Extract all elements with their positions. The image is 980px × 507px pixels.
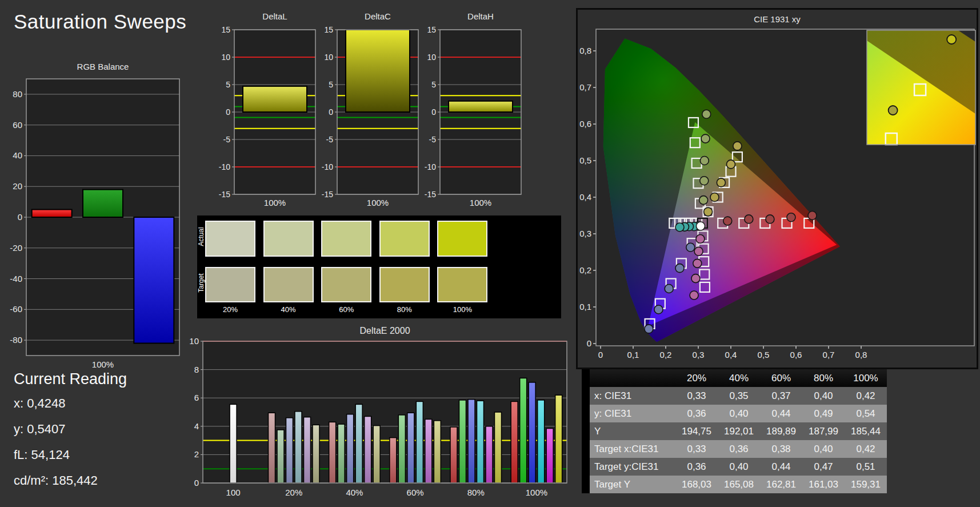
table-cell: 168,03 xyxy=(675,476,718,493)
swatch-row-label-target: Target xyxy=(197,263,205,303)
axis-text: 4 xyxy=(194,421,199,431)
swatch-comparison-panel[interactable]: ActualTarget20%40%60%80%100% xyxy=(197,215,561,318)
axis-text: 20 xyxy=(13,181,22,191)
axis-text: 15 xyxy=(324,25,333,34)
table-cell: 0,40 xyxy=(718,405,760,422)
axis-text: -5 xyxy=(326,135,334,144)
axis-text: -15 xyxy=(322,190,333,199)
cie-1931-chart[interactable]: CIE 1931 xy00,10,20,30,40,50,60,70,800,1… xyxy=(576,8,978,369)
axis-text: 100 xyxy=(226,488,241,497)
axis-text: 5 xyxy=(226,80,230,89)
deltae-bar xyxy=(338,424,345,483)
table-row-strip xyxy=(582,440,590,458)
table-row-strip xyxy=(582,476,590,493)
measured-point-yellow xyxy=(727,160,735,169)
rgb-balance-svg: RGB Balance806040200-20-40-60-80100% xyxy=(3,61,187,372)
axis-text: 0,8 xyxy=(579,46,591,55)
table-cell: 187,99 xyxy=(802,422,845,440)
deltae-bar xyxy=(425,419,432,483)
measured-point-magenta xyxy=(690,291,698,300)
axis-text: 10 xyxy=(189,336,199,346)
measured-point-magenta xyxy=(694,247,703,256)
rgb-balance-chart[interactable]: RGB Balance806040200-20-40-60-80100% xyxy=(3,61,187,372)
axis-text: DeltaH xyxy=(467,11,494,21)
table-cell: 0,54 xyxy=(845,405,887,422)
axis-text: 0 xyxy=(587,338,591,348)
table-row: Y194,75192,01189,89187,99185,44 xyxy=(582,422,887,440)
axis-text: 0,4 xyxy=(579,192,591,202)
current-reading-fl: fL: 54,124 xyxy=(14,448,127,462)
table-cell: 185,44 xyxy=(845,422,887,440)
measurement-table[interactable]: 20%40%60%80%100%x: CIE310,330,350,370,40… xyxy=(582,369,887,493)
deltae-bar xyxy=(373,426,380,483)
table-header-cell: 20% xyxy=(675,369,718,387)
measured-point-yellow xyxy=(717,178,725,187)
table-cell: 0,35 xyxy=(718,387,760,405)
table-cell: 0,37 xyxy=(760,387,802,405)
table-header-cell: 80% xyxy=(802,369,845,387)
swatch-column-label: 80% xyxy=(379,305,430,314)
axis-text: 100% xyxy=(526,488,547,497)
deltae-bar xyxy=(529,382,535,483)
deltae-bar xyxy=(304,417,311,483)
axis-text: 80 xyxy=(13,89,22,99)
measured-point-blue xyxy=(686,243,695,251)
axis-text: 0 xyxy=(431,107,436,117)
axis-text: RGB Balance xyxy=(77,62,129,71)
table-cell: 0,44 xyxy=(760,458,802,476)
axis-text: DeltaE 2000 xyxy=(359,326,410,336)
delta-c-chart[interactable]: DeltaC151050-5-10-15100% xyxy=(318,10,422,211)
deltac-svg: DeltaC151050-5-10-15100% xyxy=(318,10,422,211)
table-row: Target y:CIE310,360,400,440,470,51 xyxy=(582,458,887,476)
measured-point-yellow xyxy=(710,193,719,202)
axis-text: 20% xyxy=(285,488,302,497)
actual-swatch-100% xyxy=(437,221,487,257)
target-swatch-80% xyxy=(379,267,430,302)
bar xyxy=(243,86,307,112)
deltae-bar xyxy=(355,404,362,483)
axis-text: -5 xyxy=(223,135,231,144)
actual-swatch-20% xyxy=(205,221,255,257)
delta-l-chart[interactable]: DeltaL151050-5-10-15100% xyxy=(215,10,319,211)
deltae-bar xyxy=(347,414,354,483)
axis-text: 40 xyxy=(13,150,22,160)
deltae-bar xyxy=(459,400,466,483)
table-row-label: y: CIE31 xyxy=(590,405,675,422)
axis-text: 100% xyxy=(367,198,389,207)
table-cell: 0,36 xyxy=(718,440,760,458)
table-cell: 194,75 xyxy=(675,422,718,440)
table-row: x: CIE310,330,350,370,400,42 xyxy=(582,387,887,405)
page: Saturation Sweeps RGB Balance806040200-2… xyxy=(0,0,980,507)
table-header-row: 20%40%60%80%100% xyxy=(582,369,887,387)
deltae-2000-chart[interactable]: DeltaE 2000024681010020%40%60%80%100% xyxy=(187,319,583,505)
axis-text: 0 xyxy=(194,478,199,488)
axis-text: 0,7 xyxy=(823,350,835,360)
axis-text: -15 xyxy=(425,190,436,199)
table-cell: 0,44 xyxy=(760,405,802,422)
measured-point-yellow xyxy=(733,142,742,150)
table-cell: 0,42 xyxy=(845,387,887,405)
table-row-label: Target y:CIE31 xyxy=(590,458,675,476)
deltae-bar xyxy=(546,429,553,483)
axis-text: 0,6 xyxy=(790,350,802,360)
page-title: Saturation Sweeps xyxy=(14,10,186,33)
measured-point-red xyxy=(787,213,795,222)
deltae-bar xyxy=(313,425,319,483)
deltae-bar xyxy=(538,400,545,483)
table-cell: 161,03 xyxy=(802,476,845,493)
measured-point-green xyxy=(699,196,708,205)
table-cell: 0,36 xyxy=(675,458,718,476)
deltae-bar xyxy=(329,422,336,483)
axis-text: 40% xyxy=(346,488,363,497)
measured-point-magenta xyxy=(691,274,700,283)
axis-text: -5 xyxy=(429,135,437,144)
measured-point-magenta xyxy=(693,259,702,268)
deltae-bar xyxy=(230,404,237,483)
axis-text: 0,3 xyxy=(693,350,705,360)
delta-h-chart[interactable]: DeltaH151050-5-10-15100% xyxy=(421,10,525,211)
cie-svg: CIE 1931 xy00,10,20,30,40,50,60,70,800,1… xyxy=(578,10,977,368)
axis-text: -10 xyxy=(425,162,436,171)
table-row-strip xyxy=(582,387,590,405)
actual-swatch-80% xyxy=(379,221,430,257)
axis-text: 0 xyxy=(329,107,333,117)
